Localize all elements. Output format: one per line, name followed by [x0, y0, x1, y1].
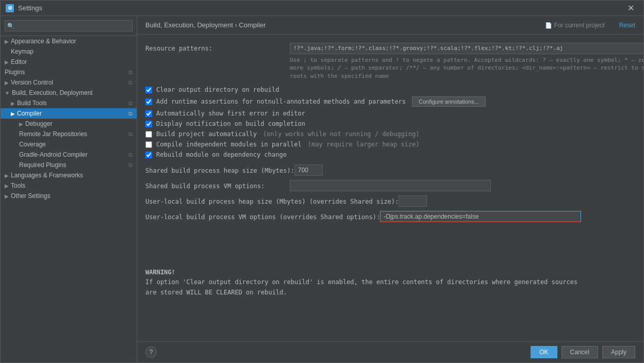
show-first-error-checkbox[interactable] [145, 110, 152, 117]
warning-box: WARNING! If option 'Clear output directo… [145, 263, 635, 302]
runtime-assertions-row: Add runtime assertions for notnull-annot… [145, 96, 635, 107]
warning-title: WARNING! [145, 268, 635, 277]
shared-heap-input[interactable] [294, 164, 323, 176]
sidebar-item-build-tools[interactable]: ▶ Build Tools ⧉ [1, 98, 137, 108]
sidebar-item-remote-jar[interactable]: Remote Jar Repositories ⧉ [1, 129, 137, 139]
expand-arrow-appearance: ▶ [5, 39, 9, 44]
runtime-assertions-checkbox[interactable] [145, 98, 152, 105]
compile-parallel-row: Compile independent modules in parallel … [145, 141, 635, 148]
expand-arrow-build: ▼ [5, 90, 10, 96]
build-notification-row: Display notification on build completion [145, 120, 635, 127]
copy-icon-plugins: ⧉ [128, 69, 133, 76]
expand-arrow-tools: ▶ [5, 183, 9, 189]
clear-output-label: Clear output directory on rebuild [156, 86, 279, 93]
shared-vm-input[interactable] [290, 180, 491, 191]
shared-heap-label: Shared build process heap size (Mbytes): [145, 166, 294, 174]
sidebar-item-coverage[interactable]: Coverage [1, 139, 137, 150]
shared-vm-row: Shared build process VM options: [145, 180, 635, 191]
main-content: 🔍 ▶ Appearance & Behavior Keymap ▶ Edito… [1, 16, 643, 362]
configure-annotations-button[interactable]: Configure annotations... [412, 96, 486, 107]
sidebar-item-label-languages: Languages & Frameworks [11, 172, 83, 179]
compile-parallel-hint: (may require larger heap size) [308, 141, 420, 148]
shared-heap-row: Shared build process heap size (Mbytes): [145, 164, 635, 176]
resource-patterns-label: Resource patterns: [145, 43, 290, 52]
main-header: Build, Execution, Deployment › Compiler … [137, 16, 643, 35]
expand-arrow-build-tools: ▶ [11, 101, 15, 106]
sidebar-item-label-tools: Tools [11, 182, 25, 189]
copy-icon-compiler: ⧉ [128, 110, 133, 117]
expand-arrow-other: ▶ [5, 193, 9, 199]
cancel-button[interactable]: Cancel [562, 346, 598, 358]
sidebar-item-editor[interactable]: ▶ Editor [1, 57, 137, 67]
resource-hint: Use ; to separate patterns and ! to nega… [290, 56, 643, 80]
build-auto-row: Build project automatically (only works … [145, 130, 635, 138]
build-notification-checkbox[interactable] [145, 121, 152, 127]
resource-patterns-container: Use ; to separate patterns and ! to nega… [290, 43, 643, 80]
user-heap-input[interactable] [399, 195, 427, 207]
build-auto-checkbox[interactable] [145, 131, 152, 138]
warning-text: If option 'Clear output directory on reb… [145, 277, 635, 297]
show-first-error-label: Automatically show first error in editor [156, 110, 305, 117]
sidebar-item-label-debugger: Debugger [25, 120, 53, 127]
sidebar-item-label-other: Other Settings [11, 192, 51, 200]
reset-button[interactable]: Reset [619, 22, 635, 29]
sidebar-item-label-build-tools: Build Tools [17, 100, 47, 107]
user-heap-label: User-local build process heap size (Mbyt… [145, 197, 399, 205]
apply-button[interactable]: Apply [602, 346, 635, 358]
sidebar-item-compiler[interactable]: ▶ Compiler ⧉ [1, 108, 137, 119]
sidebar-item-label-gradle-android: Gradle-Android Compiler [19, 151, 88, 158]
user-vm-row: User-local build process VM options (ove… [145, 211, 635, 222]
sidebar-item-label-plugins: Plugins [5, 69, 25, 76]
shared-vm-label: Shared build process VM options: [145, 182, 290, 190]
breadcrumb: Build, Execution, Deployment › Compiler [145, 21, 266, 29]
sidebar-item-languages[interactable]: ▶ Languages & Frameworks [1, 170, 137, 180]
settings-window: ⚙ Settings ✕ 🔍 ▶ Appearance & Behavior K… [0, 0, 644, 363]
app-icon: ⚙ [6, 4, 14, 12]
sidebar-item-label-coverage: Coverage [19, 141, 46, 148]
title-bar: ⚙ Settings ✕ [1, 1, 643, 16]
sidebar-item-version-control[interactable]: ▶ Version Control ⧉ [1, 77, 137, 88]
sidebar-item-required-plugins[interactable]: Required Plugins ⧉ [1, 160, 137, 170]
copy-icon-gradle-android: ⧉ [128, 152, 133, 158]
sidebar-item-label-required-plugins: Required Plugins [19, 161, 66, 169]
compile-parallel-checkbox[interactable] [145, 141, 152, 148]
build-notification-label: Display notification on build completion [156, 120, 305, 127]
copy-icon-remote-jar: ⧉ [128, 131, 133, 138]
user-vm-input[interactable] [380, 211, 581, 222]
sidebar-item-other-settings[interactable]: ▶ Other Settings [1, 191, 137, 201]
rebuild-module-label: Rebuild module on dependency change [156, 151, 287, 158]
sidebar-item-label-compiler: Compiler [17, 110, 42, 117]
expand-arrow-languages: ▶ [5, 173, 9, 178]
main-body: Resource patterns: Use ; to separate pat… [137, 35, 643, 341]
sidebar-item-gradle-android[interactable]: Gradle-Android Compiler ⧉ [1, 150, 137, 160]
clear-output-row: Clear output directory on rebuild [145, 86, 635, 93]
sidebar-item-appearance[interactable]: ▶ Appearance & Behavior [1, 36, 137, 46]
sidebar-item-label-build: Build, Execution, Deployment [12, 89, 93, 96]
sidebar-item-tools[interactable]: ▶ Tools [1, 180, 137, 191]
sidebar-item-label-remote-jar: Remote Jar Repositories [19, 130, 87, 138]
ok-button[interactable]: OK [531, 346, 557, 358]
clear-output-checkbox[interactable] [145, 87, 152, 93]
rebuild-module-checkbox[interactable] [145, 152, 152, 158]
resource-patterns-input[interactable] [290, 43, 643, 54]
build-auto-label: Build project automatically [156, 130, 257, 138]
expand-arrow-vc: ▶ [5, 80, 9, 86]
search-input[interactable] [5, 20, 133, 31]
copy-icon-vc: ⧉ [128, 79, 133, 86]
show-first-error-row: Automatically show first error in editor [145, 110, 635, 117]
search-box: 🔍 [1, 16, 137, 36]
sidebar-item-build[interactable]: ▼ Build, Execution, Deployment [1, 88, 137, 98]
sidebar-item-plugins[interactable]: Plugins ⧉ [1, 67, 137, 77]
user-vm-label: User-local build process VM options (ove… [145, 212, 380, 221]
user-heap-row: User-local build process heap size (Mbyt… [145, 195, 635, 207]
sidebar-item-label-appearance: Appearance & Behavior [11, 38, 76, 45]
sidebar-item-debugger[interactable]: ▶ Debugger [1, 119, 137, 129]
sidebar-item-keymap[interactable]: Keymap [1, 46, 137, 57]
runtime-assertions-label: Add runtime assertions for notnull-annot… [156, 98, 406, 105]
rebuild-module-row: Rebuild module on dependency change [145, 151, 635, 158]
close-button[interactable]: ✕ [623, 1, 638, 15]
expand-arrow-debugger: ▶ [19, 121, 23, 127]
project-scope: 📄 For current project [545, 22, 604, 29]
help-button[interactable]: ? [145, 346, 157, 358]
sidebar-item-label-editor: Editor [11, 58, 27, 65]
